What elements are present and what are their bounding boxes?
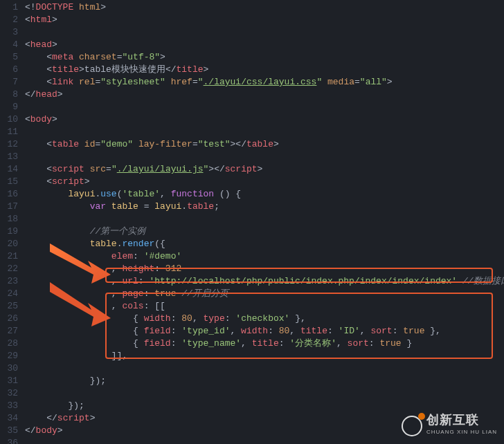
page-title-text: table模块快速使用 bbox=[84, 64, 165, 75]
watermark-sub: CHUANG XIN HU LIAN bbox=[426, 426, 497, 438]
comment-first-instance: //第一个实例 bbox=[90, 226, 146, 237]
script-src: ./layui/layui.js bbox=[117, 164, 204, 174]
code-editor[interactable]: 12345678910 11121314151617181920 2122232… bbox=[0, 0, 504, 444]
stylesheet-href: ./layui/css/layui.css bbox=[204, 77, 317, 87]
watermark-logo-icon bbox=[402, 416, 422, 436]
height-value: 312 bbox=[165, 263, 181, 274]
url-value: http://localhost/php/public/index.php/in… bbox=[154, 276, 451, 286]
comment-paging: //开启分页 bbox=[181, 288, 228, 299]
code-content[interactable]: <!DOCTYPE html> <html> <head> <meta char… bbox=[25, 0, 504, 444]
watermark-main: 创新互联 bbox=[426, 414, 497, 426]
line-number-gutter: 12345678910 11121314151617181920 2122232… bbox=[0, 0, 25, 444]
elem-value: #demo bbox=[149, 251, 176, 261]
watermark: 创新互联 CHUANG XIN HU LIAN bbox=[402, 414, 497, 438]
comment-data-api: //数据接口 bbox=[462, 276, 504, 286]
